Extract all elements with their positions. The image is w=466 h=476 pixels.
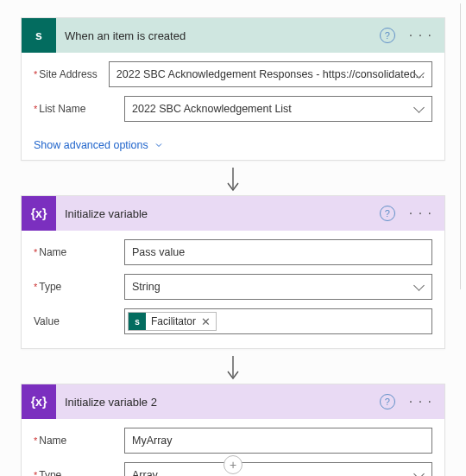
type-value: String (132, 281, 161, 293)
init-var-1-body: *Name Pass value *Type String Value (22, 231, 444, 348)
init-var-1-card: {x} Initialize variable ? · · · *Name Pa… (21, 195, 445, 349)
more-icon[interactable]: · · · (404, 394, 438, 409)
sharepoint-token-icon: s (129, 313, 146, 330)
flow-arrow (21, 354, 445, 382)
token-label: Facilitator (151, 315, 196, 327)
init-var-2-title: Initialize variable 2 (65, 396, 371, 409)
help-icon[interactable]: ? (380, 28, 395, 43)
site-address-row: * Site Address 2022 SBC Acknowledgement … (34, 61, 432, 87)
chevron-down-icon (154, 140, 164, 150)
flow-arrow (21, 166, 445, 194)
trigger-title: When an item is created (65, 29, 371, 42)
variable-icon: {x} (22, 384, 56, 419)
type-value: Array (132, 469, 158, 476)
required-marker: * (34, 104, 37, 114)
dynamic-content-token[interactable]: s Facilitator ✕ (128, 312, 217, 331)
more-icon[interactable]: · · · (404, 206, 438, 221)
list-name-row: * List Name 2022 SBC Acknowledgement Lis… (34, 96, 432, 122)
site-address-select[interactable]: 2022 SBC Acknowledgement Responses - htt… (109, 61, 432, 87)
list-name-label-text: List Name (39, 103, 85, 115)
name-input[interactable]: Pass value (124, 239, 432, 265)
help-icon[interactable]: ? (380, 394, 395, 409)
help-icon[interactable]: ? (380, 206, 395, 221)
name-value: MyArray (132, 435, 173, 447)
init-var-1-title: Initialize variable (65, 207, 371, 220)
list-name-label: * List Name (34, 103, 116, 115)
sharepoint-icon: s (22, 18, 56, 53)
init-var-2-header[interactable]: {x} Initialize variable 2 ? · · · (22, 384, 444, 419)
name-value: Pass value (132, 246, 185, 258)
type-label: *Type (34, 469, 116, 476)
scrollbar-hint (459, 0, 463, 476)
trigger-header[interactable]: s When an item is created ? · · · (22, 18, 444, 53)
site-address-label-text: Site Address (39, 68, 97, 80)
required-marker: * (34, 69, 37, 79)
site-address-value: 2022 SBC Acknowledgement Responses - htt… (116, 68, 425, 80)
add-step-button[interactable]: + (224, 455, 242, 474)
arrow-down-icon (224, 166, 242, 194)
name-label: *Name (34, 435, 116, 447)
list-name-select[interactable]: 2022 SBC Acknowledgement List (124, 96, 432, 122)
name-input[interactable]: MyArray (124, 428, 432, 454)
type-label: *Type (34, 281, 116, 293)
value-label: Value (34, 315, 116, 327)
value-input[interactable]: s Facilitator ✕ (124, 308, 432, 334)
type-select[interactable]: String (124, 274, 432, 300)
type-select[interactable]: Array (124, 462, 432, 476)
name-label: *Name (34, 246, 116, 258)
list-name-value: 2022 SBC Acknowledgement List (132, 103, 292, 115)
trigger-card: s When an item is created ? · · · * Site… (21, 17, 445, 161)
init-var-1-header[interactable]: {x} Initialize variable ? · · · (22, 196, 444, 231)
more-icon[interactable]: · · · (404, 28, 438, 43)
variable-icon: {x} (22, 196, 56, 231)
trigger-body: * Site Address 2022 SBC Acknowledgement … (22, 53, 444, 136)
show-advanced-link[interactable]: Show advanced options (22, 136, 444, 160)
arrow-down-icon (224, 354, 242, 382)
site-address-label: * Site Address (34, 68, 100, 80)
show-advanced-text: Show advanced options (34, 139, 148, 151)
token-remove-icon[interactable]: ✕ (201, 315, 211, 328)
